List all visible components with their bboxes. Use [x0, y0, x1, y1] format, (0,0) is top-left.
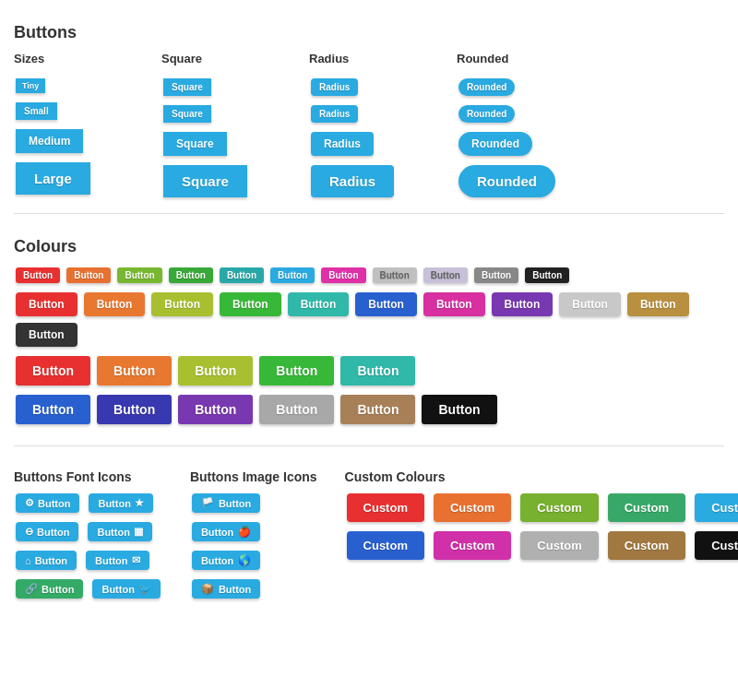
color-btn-orange-lg[interactable]: Button — [97, 356, 172, 386]
font-icon-box-btn[interactable]: Button ▦ — [88, 522, 151, 541]
radius-header: Radius — [309, 52, 457, 65]
emoji-icon-3: 🌎 — [238, 554, 251, 566]
color-btn-red-md[interactable]: Button — [16, 292, 77, 316]
color-btn-yelgreen-lg[interactable]: Button — [178, 356, 253, 386]
font-icon-mail-btn[interactable]: Button ✉ — [86, 551, 149, 570]
img-icon-btn-2[interactable]: Button 🍎 — [192, 522, 260, 541]
square-large-button[interactable]: Square — [163, 165, 247, 197]
font-icon-gear-btn[interactable]: ⚙ Button — [16, 493, 79, 513]
radius-col: Radius Radius Radius Radius Radius — [309, 52, 457, 199]
color-btn-tan-lg[interactable]: Button — [340, 395, 415, 424]
mail-icon: ✉ — [132, 554, 140, 566]
color-btn-green-md[interactable]: Button — [220, 292, 281, 316]
color-btn-purple-md[interactable]: Button — [492, 292, 554, 316]
color-btn-green-lg[interactable]: Button — [259, 356, 334, 386]
color-btn-dark-sm[interactable]: Button — [525, 267, 569, 283]
font-icon-star-btn[interactable]: Button ★ — [89, 493, 152, 513]
custom-btn-pink[interactable]: Custom — [434, 531, 511, 560]
font-icon-minus-btn[interactable]: ⊖ Button — [16, 522, 78, 541]
radius-large-button[interactable]: Radius — [311, 165, 394, 197]
color-btn-purple-lg[interactable]: Button — [178, 395, 253, 424]
custom-btn-red[interactable]: Custom — [347, 493, 424, 522]
custom-btn-black[interactable]: Custom — [695, 531, 738, 560]
custom-row-1: Custom Custom Custom Custom Custom — [345, 492, 738, 524]
square-tiny-button[interactable]: Square — [163, 78, 211, 96]
emoji-icon-2: 🍎 — [238, 526, 251, 538]
square-header: Square — [161, 52, 309, 65]
image-icons-title: Buttons Image Icons — [190, 469, 317, 484]
radius-tiny-button[interactable]: Radius — [311, 78, 358, 96]
square-small-button[interactable]: Square — [163, 105, 211, 123]
large-button[interactable]: Large — [16, 162, 90, 195]
custom-btn-brown[interactable]: Custom — [608, 531, 685, 560]
color-btn-teal-md[interactable]: Button — [288, 292, 350, 316]
color-btn-blue-md[interactable]: Button — [355, 292, 417, 316]
custom-btn-orange[interactable]: Custom — [434, 493, 511, 522]
medium-button[interactable]: Medium — [16, 129, 83, 153]
color-btn-gray-sm[interactable]: Button — [474, 267, 518, 283]
img-icon-btn-4[interactable]: 📦 Button — [192, 579, 260, 599]
font-icons-title: Buttons Font Icons — [14, 469, 162, 484]
page-title: Buttons — [14, 23, 724, 42]
star-icon: ★ — [135, 497, 144, 509]
colours-row-2: Button Button Button Button Button Butto… — [14, 291, 724, 349]
small-button[interactable]: Small — [16, 102, 57, 120]
color-btn-yelgreen-sm[interactable]: Button — [117, 267, 161, 283]
sizes-col: Sizes Tiny Small Medium Large — [14, 52, 161, 199]
color-btn-lavender-sm[interactable]: Button — [423, 267, 468, 283]
color-btn-teal-sm[interactable]: Button — [220, 267, 264, 283]
rounded-tiny-button[interactable]: Rounded — [458, 78, 515, 96]
font-icons-grid: ⚙ Button Button ★ ⊖ Button Button ▦ ⌂ Bu… — [14, 492, 162, 600]
custom-btn-blue[interactable]: Custom — [347, 531, 424, 560]
font-icon-twitter-btn[interactable]: Button 🐦 — [92, 579, 160, 599]
color-btn-teal-lg[interactable]: Button — [340, 356, 415, 386]
img-icons-grid: 🏳️ Button Button 🍎 Button 🌎 📦 Button — [190, 492, 317, 600]
tiny-button[interactable]: Tiny — [16, 78, 45, 93]
color-btn-orange-sm[interactable]: Button — [66, 267, 111, 283]
color-btn-dark-md[interactable]: Button — [16, 323, 77, 347]
custom-btn-gray[interactable]: Custom — [520, 531, 598, 560]
color-btn-gold-md[interactable]: Button — [627, 292, 689, 316]
color-btn-cyan-sm[interactable]: Button — [270, 267, 315, 283]
color-btn-red-sm[interactable]: Button — [16, 267, 60, 283]
color-btn-yelgreen-md[interactable]: Button — [151, 292, 213, 316]
color-btn-pink-md[interactable]: Button — [423, 292, 485, 316]
sizes-header: Sizes — [14, 52, 161, 65]
color-btn-green-sm[interactable]: Button — [169, 267, 213, 283]
colours-section: Colours Button Button Button Button Butt… — [14, 223, 724, 446]
img-icon-btn-1[interactable]: 🏳️ Button — [192, 493, 260, 513]
rounded-small-button[interactable]: Rounded — [458, 105, 515, 123]
custom-btn-cyan[interactable]: Custom — [695, 493, 738, 522]
colours-title: Colours — [14, 237, 724, 256]
color-btn-orange-md[interactable]: Button — [84, 292, 146, 316]
font-icon-home-btn[interactable]: ⌂ Button — [16, 551, 77, 570]
color-btn-pink-sm[interactable]: Button — [321, 267, 365, 283]
custom-row-2: Custom Custom Custom Custom Custom — [345, 529, 738, 562]
custom-btn-teal[interactable]: Custom — [608, 493, 685, 522]
rounded-large-button[interactable]: Rounded — [458, 165, 555, 197]
radius-medium-button[interactable]: Radius — [311, 132, 374, 156]
img-icon-btn-3[interactable]: Button 🌎 — [192, 551, 260, 570]
square-medium-button[interactable]: Square — [163, 132, 227, 156]
color-btn-blue-lg2[interactable]: Button — [16, 395, 90, 424]
font-icon-link-btn[interactable]: 🔗 Button — [16, 579, 83, 599]
color-btn-lightgray-sm[interactable]: Button — [373, 267, 417, 283]
custom-btn-olive[interactable]: Custom — [520, 493, 598, 522]
box-icon: ▦ — [134, 526, 143, 538]
image-icons-col: Buttons Image Icons 🏳️ Button Button 🍎 B… — [190, 469, 317, 600]
color-btn-indigo-lg[interactable]: Button — [97, 395, 172, 424]
colours-row-1: Button Button Button Button Button Butto… — [14, 266, 724, 285]
color-btn-black-lg[interactable]: Button — [422, 395, 496, 424]
emoji-icon-1: 🏳️ — [201, 497, 214, 509]
link-icon: 🔗 — [25, 583, 38, 595]
font-icons-col: Buttons Font Icons ⚙ Button Button ★ ⊖ B… — [14, 469, 162, 600]
radius-small-button[interactable]: Radius — [311, 105, 358, 123]
color-btn-lightgray-md[interactable]: Button — [559, 292, 621, 316]
custom-colours-grid: Custom Custom Custom Custom Custom Custo… — [345, 492, 738, 562]
color-btn-red-lg[interactable]: Button — [16, 356, 90, 386]
custom-colours-col: Custom Colours Custom Custom Custom Cust… — [345, 469, 738, 600]
rounded-medium-button[interactable]: Rounded — [458, 132, 532, 156]
colours-row-4: Button Button Button Button Button Butto… — [14, 393, 724, 426]
color-btn-silver-lg[interactable]: Button — [259, 395, 334, 424]
square-col: Square Square Square Square Square — [161, 52, 309, 199]
